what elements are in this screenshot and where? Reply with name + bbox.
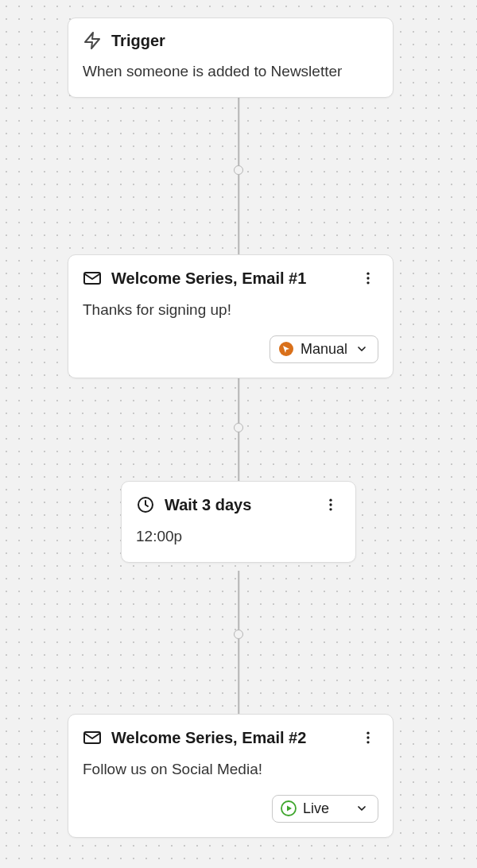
- email-title: Welcome Series, Email #1: [111, 269, 348, 288]
- email-title: Welcome Series, Email #2: [111, 728, 348, 747]
- svg-marker-15: [287, 806, 292, 812]
- wait-time: 12:00p: [136, 526, 341, 548]
- svg-point-12: [366, 736, 369, 738]
- lightning-icon: [83, 31, 102, 50]
- svg-point-13: [366, 741, 369, 743]
- trigger-card[interactable]: Trigger When someone is added to Newslet…: [68, 17, 394, 98]
- email-card-2[interactable]: Welcome Series, Email #2 Follow us on So…: [68, 714, 394, 838]
- email-subject: Thanks for signing up!: [83, 300, 378, 321]
- play-icon: [281, 800, 297, 816]
- trigger-title: Trigger: [111, 31, 378, 50]
- mail-icon: [83, 269, 102, 288]
- connector-line: [238, 571, 239, 722]
- clock-icon: [136, 495, 155, 514]
- svg-point-3: [366, 277, 369, 279]
- svg-point-7: [329, 499, 332, 502]
- connector-line: [238, 97, 239, 256]
- more-button[interactable]: [358, 268, 378, 289]
- svg-point-8: [329, 503, 332, 506]
- status-label: Live: [303, 800, 329, 817]
- more-button[interactable]: [320, 494, 341, 515]
- status-dropdown-live[interactable]: Live: [272, 795, 378, 823]
- wait-card[interactable]: Wait 3 days 12:00p: [121, 481, 356, 563]
- mail-icon: [83, 728, 102, 747]
- connector-dot: [234, 423, 243, 432]
- workflow-canvas[interactable]: Trigger When someone is added to Newslet…: [0, 0, 477, 868]
- connector-dot: [234, 165, 243, 175]
- svg-point-2: [366, 273, 369, 275]
- connector-dot: [234, 630, 243, 639]
- svg-point-9: [329, 508, 332, 510]
- trigger-description: When someone is added to Newsletter: [83, 61, 378, 83]
- cursor-icon: [278, 341, 294, 357]
- svg-point-11: [366, 732, 369, 734]
- email-subject: Follow us on Social Media!: [83, 759, 378, 781]
- more-button[interactable]: [358, 727, 378, 748]
- svg-point-4: [366, 281, 369, 284]
- status-dropdown-manual[interactable]: Manual: [270, 335, 378, 363]
- svg-marker-0: [85, 33, 99, 48]
- chevron-down-icon: [355, 343, 368, 355]
- wait-title: Wait 3 days: [165, 495, 311, 514]
- status-label: Manual: [301, 341, 347, 358]
- chevron-down-icon: [355, 802, 368, 815]
- email-card-1[interactable]: Welcome Series, Email #1 Thanks for sign…: [68, 254, 394, 378]
